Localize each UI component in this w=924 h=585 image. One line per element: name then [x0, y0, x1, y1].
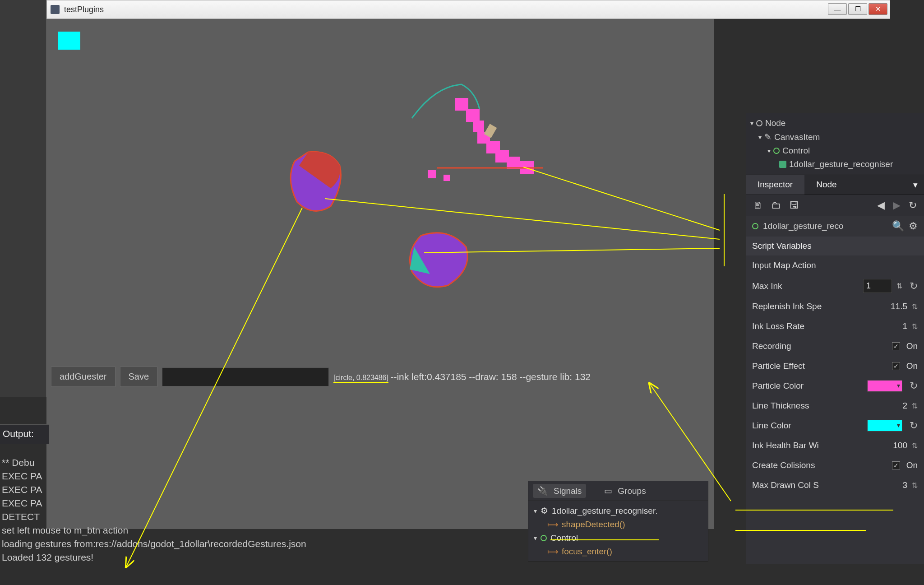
tab-node[interactable]: Node	[804, 175, 848, 195]
spinner-icon[interactable]: ⇅	[912, 441, 918, 450]
script-icon	[779, 161, 786, 168]
spinner-icon[interactable]: ⇅	[912, 322, 918, 331]
gear-icon[interactable]: ⚙	[909, 220, 918, 232]
color-swatch[interactable]	[867, 380, 902, 392]
signal-icon: ⟼	[547, 547, 558, 557]
prop-ink-bar[interactable]: Ink Health Bar Wi 100 ⇅	[746, 436, 924, 455]
log-line: EXEC PA	[2, 497, 406, 510]
signal-row[interactable]: ⟼ focus_enter()	[534, 545, 702, 558]
save-button[interactable]: Save	[120, 367, 158, 387]
prop-max-ink[interactable]: Max Ink ⇅ ↻	[746, 275, 924, 297]
svg-rect-2	[473, 121, 484, 132]
checkbox-icon[interactable]: ✓	[892, 461, 900, 469]
log-line: set left mouse to m_btn action	[2, 524, 406, 537]
back-icon[interactable]: ◀	[877, 200, 885, 211]
prop-particle-effect[interactable]: Particle Effect ✓ On	[746, 356, 924, 376]
particle-trail	[389, 73, 552, 190]
reset-icon[interactable]: ↻	[910, 420, 918, 432]
editor-left-strip	[0, 0, 46, 397]
prop-ink-loss[interactable]: Ink Loss Rate 1 ⇅	[746, 316, 924, 336]
prop-recording[interactable]: Recording ✓ On	[746, 336, 924, 356]
svg-rect-8	[428, 170, 436, 178]
cyan-indicator	[58, 32, 80, 50]
window-titlebar[interactable]: testPlugins — ☐ ✕	[46, 0, 890, 19]
inspector-toolbar: 🗎 🗀 🖫 ◀ ▶ ↻	[746, 195, 924, 216]
game-viewport[interactable]: addGuester Save [circle, 0.823486] --ink…	[46, 19, 714, 529]
signals-tabs: 🔌 Signals ▭ Groups	[528, 481, 708, 501]
signal-icon: ⟼	[547, 520, 558, 529]
spinner-icon[interactable]: ⇅	[912, 302, 918, 311]
max-ink-input[interactable]	[863, 279, 892, 293]
prop-create-collisions[interactable]: Create Colisions ✓ On	[746, 455, 924, 475]
prop-particle-color[interactable]: Particle Color ↻	[746, 376, 924, 396]
property-list: Input Map Action Max Ink ⇅ ↻ Replenish I…	[746, 255, 924, 495]
tab-inspector[interactable]: Inspector	[746, 175, 804, 195]
log-line: EXEC PA	[2, 469, 406, 483]
signal-node-row[interactable]: ▾ ⚙ 1dollar_gesture_recogniser.	[534, 504, 702, 518]
save-icon[interactable]: 🖫	[789, 200, 799, 211]
tree-recogniser[interactable]: 1dollar_gesture_recogniser	[748, 158, 921, 171]
tree-canvasitem[interactable]: ▾ CanvasItem	[748, 130, 921, 144]
svg-rect-0	[455, 98, 468, 111]
expand-icon[interactable]: ▾	[534, 507, 537, 515]
signal-row[interactable]: ⟼ shapeDetected()	[534, 518, 702, 531]
plug-icon: 🔌	[537, 486, 548, 496]
prop-input-map[interactable]: Input Map Action	[746, 255, 924, 275]
groups-icon: ▭	[604, 486, 612, 496]
spinner-icon[interactable]: ⇅	[896, 282, 902, 290]
output-header[interactable]: Output:	[0, 424, 49, 444]
drawn-shape-1	[281, 148, 362, 229]
gesture-result: [circle, 0.823486]	[333, 374, 388, 383]
log-line: loading gestures from:res://addons/godot…	[2, 537, 406, 551]
selected-node-name: 1dollar_gesture_reco	[763, 221, 887, 231]
prop-replenish[interactable]: Replenish Ink Spe 11.5 ⇅	[746, 297, 924, 316]
tree-node-root[interactable]: ▾ Node	[748, 116, 921, 130]
add-gesture-button[interactable]: addGuester	[51, 367, 116, 387]
inspector-tabs: Inspector Node ▾	[746, 175, 924, 195]
node-icon	[756, 120, 762, 126]
reset-icon[interactable]: ↻	[910, 280, 918, 292]
log-line: ** Debu	[2, 456, 406, 469]
spinner-icon[interactable]: ⇅	[912, 481, 918, 490]
status-rest: --ink left:0.437185 --draw: 158 --gestur…	[390, 371, 591, 382]
signal-node-row[interactable]: ▾ Control	[534, 531, 702, 545]
prop-max-drawn[interactable]: Max Drawn Col S 3 ⇅	[746, 475, 924, 495]
maximize-button[interactable]: ☐	[848, 3, 867, 15]
tab-signals[interactable]: 🔌 Signals	[533, 484, 586, 498]
log-line: DETECT	[2, 510, 406, 524]
window-title: testPlugins	[64, 5, 104, 14]
control-icon	[773, 148, 780, 154]
canvasitem-icon	[764, 132, 772, 142]
prop-line-thickness[interactable]: Line Thickness 2 ⇅	[746, 396, 924, 416]
status-text: [circle, 0.823486] --ink left:0.437185 -…	[333, 371, 591, 382]
signals-tree[interactable]: ▾ ⚙ 1dollar_gesture_recogniser. ⟼ shapeD…	[528, 501, 708, 561]
section-script-vars: Script Variables	[746, 237, 924, 255]
checkbox-icon[interactable]: ✓	[892, 342, 900, 350]
minimize-button[interactable]: —	[828, 3, 847, 15]
color-swatch[interactable]	[867, 420, 902, 432]
new-icon[interactable]: 🗎	[753, 200, 763, 211]
forward-icon[interactable]: ▶	[893, 200, 901, 211]
close-button[interactable]: ✕	[869, 3, 887, 15]
scene-tree[interactable]: ▾ Node ▾ CanvasItem ▾ Control 1dollar_ge…	[746, 113, 924, 175]
expand-icon[interactable]: ▾	[758, 134, 762, 141]
tab-groups[interactable]: ▭ Groups	[600, 484, 650, 498]
expand-icon[interactable]: ▾	[750, 120, 753, 127]
expand-icon[interactable]: ▾	[534, 534, 537, 542]
svg-rect-9	[444, 175, 450, 181]
open-icon[interactable]: 🗀	[771, 200, 781, 211]
selected-node-row: 1dollar_gesture_reco 🔍 ⚙	[746, 216, 924, 237]
reset-icon[interactable]: ↻	[910, 380, 918, 392]
tree-control[interactable]: ▾ Control	[748, 144, 921, 158]
prop-line-color[interactable]: Line Color ↻	[746, 416, 924, 436]
gesture-name-input[interactable]	[162, 367, 329, 386]
spinner-icon[interactable]: ⇅	[912, 402, 918, 410]
gear-icon: ⚙	[541, 506, 548, 516]
drawn-shape-2	[403, 229, 484, 297]
search-icon[interactable]: 🔍	[892, 220, 904, 232]
checkbox-icon[interactable]: ✓	[892, 362, 900, 370]
expand-icon[interactable]: ▾	[767, 147, 771, 154]
inspector-panel: ▾ Node ▾ CanvasItem ▾ Control 1dollar_ge…	[746, 113, 924, 564]
tab-overflow-icon[interactable]: ▾	[907, 175, 924, 195]
history-icon[interactable]: ↻	[909, 200, 917, 211]
